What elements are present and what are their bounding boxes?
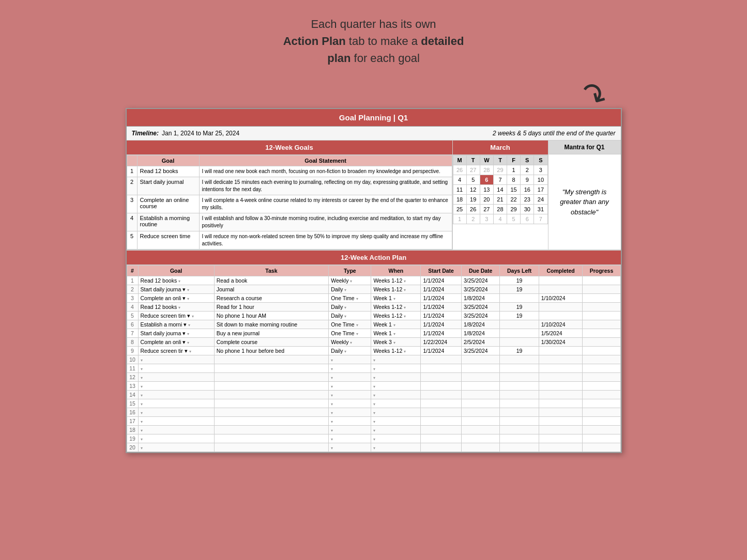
action-type[interactable]: ▾: [329, 408, 371, 417]
action-when[interactable]: ▾: [371, 373, 421, 382]
action-type[interactable]: ▾: [329, 399, 371, 408]
action-completed: [539, 391, 583, 399]
goals-col-num: [127, 155, 137, 166]
action-when[interactable]: Weeks 1-12 ▾: [371, 347, 421, 355]
action-num: 13: [127, 382, 138, 391]
action-type[interactable]: One Time ▾: [329, 320, 371, 329]
action-num: 8: [127, 338, 138, 347]
action-when[interactable]: Week 1 ▾: [371, 320, 421, 329]
action-when[interactable]: ▾: [371, 434, 421, 443]
mantra-content: "My strength is greater than any obstacl…: [548, 154, 621, 250]
action-start: 1/22/2024: [421, 338, 461, 347]
header-line1: Each quarter has its own: [311, 18, 436, 30]
action-type[interactable]: ▾: [329, 382, 371, 391]
action-goal[interactable]: ▾: [138, 426, 214, 434]
action-goal[interactable]: ▾: [138, 434, 214, 443]
action-goal[interactable]: ▾: [138, 443, 214, 452]
action-type[interactable]: ▾: [329, 434, 371, 443]
action-when[interactable]: ▾: [371, 417, 421, 426]
cal-day-cell: 21: [493, 195, 507, 205]
action-when[interactable]: Weeks 1-12 ▾: [371, 285, 421, 294]
action-goal[interactable]: ▾: [138, 408, 214, 417]
action-days: [500, 373, 539, 382]
action-row: 13 ▾ ▾ ▾: [127, 382, 620, 391]
action-row: 9 Reduce screen tir ▾ ▾ No phone 1 hour …: [127, 347, 620, 355]
action-goal[interactable]: Read 12 books ▾: [138, 276, 214, 285]
cal-day-cell: 22: [507, 195, 521, 205]
action-when[interactable]: Week 3 ▾: [371, 338, 421, 347]
action-type[interactable]: Weekly ▾: [329, 276, 371, 285]
action-col-header: Progress: [583, 266, 620, 276]
action-goal[interactable]: Establish a morni ▾ ▾: [138, 320, 214, 329]
action-type[interactable]: Daily ▾: [329, 347, 371, 355]
action-type[interactable]: ▾: [329, 355, 371, 364]
action-table: #GoalTaskTypeWhenStart DateDue DateDays …: [127, 265, 621, 452]
action-type[interactable]: One Time ▾: [329, 329, 371, 338]
action-goal[interactable]: Complete an onli ▾ ▾: [138, 294, 214, 303]
action-when[interactable]: Weeks 1-12 ▾: [371, 303, 421, 312]
action-when[interactable]: Week 1 ▾: [371, 294, 421, 303]
goal-name: Complete an online course: [137, 195, 199, 213]
action-due: [461, 399, 500, 408]
action-goal[interactable]: ▾: [138, 417, 214, 426]
action-type[interactable]: ▾: [329, 373, 371, 382]
action-goal[interactable]: ▾: [138, 382, 214, 391]
action-start: 1/1/2024: [421, 320, 461, 329]
action-type[interactable]: ▾: [329, 426, 371, 434]
action-type[interactable]: One Time ▾: [329, 294, 371, 303]
action-goal[interactable]: Reduce screen tir ▾ ▾: [138, 347, 214, 355]
goals-section-header: 12-Week Goals: [127, 141, 452, 155]
action-num: 19: [127, 434, 138, 443]
action-days: [500, 355, 539, 364]
action-start: [421, 364, 461, 373]
action-completed: 1/10/2024: [539, 294, 583, 303]
main-container: Goal Planning | Q1 Timeline: Jan 1, 2024…: [126, 108, 622, 453]
action-type[interactable]: ▾: [329, 391, 371, 399]
action-when[interactable]: ▾: [371, 355, 421, 364]
action-type[interactable]: Daily ▾: [329, 312, 371, 320]
action-progress: [583, 399, 620, 408]
action-goal[interactable]: ▾: [138, 391, 214, 399]
action-days: 19: [500, 276, 539, 285]
action-goal[interactable]: ▾: [138, 373, 214, 382]
action-type[interactable]: ▾: [329, 417, 371, 426]
action-when[interactable]: ▾: [371, 408, 421, 417]
action-goal[interactable]: ▾: [138, 364, 214, 373]
action-when[interactable]: Weeks 1-12 ▾: [371, 312, 421, 320]
action-days: 19: [500, 312, 539, 320]
goal-name: Reduce screen time: [137, 231, 199, 250]
action-type[interactable]: ▾: [329, 364, 371, 373]
action-when[interactable]: Weeks 1-12 ▾: [371, 276, 421, 285]
action-completed: [539, 408, 583, 417]
action-start: [421, 391, 461, 399]
cal-week-row: 18192021222324: [453, 195, 547, 205]
action-goal[interactable]: Complete an onli ▾ ▾: [138, 338, 214, 347]
action-when[interactable]: ▾: [371, 382, 421, 391]
action-row: 18 ▾ ▾ ▾: [127, 426, 620, 434]
action-goal[interactable]: ▾: [138, 399, 214, 408]
action-days: [500, 329, 539, 338]
action-type[interactable]: Daily ▾: [329, 285, 371, 294]
action-type[interactable]: ▾: [329, 443, 371, 452]
action-when[interactable]: ▾: [371, 426, 421, 434]
action-goal[interactable]: Start daily journa ▾ ▾: [138, 285, 214, 294]
action-when[interactable]: ▾: [371, 391, 421, 399]
action-start: 1/1/2024: [421, 285, 461, 294]
action-due: [461, 426, 500, 434]
action-start: 1/1/2024: [421, 347, 461, 355]
action-goal[interactable]: Start daily journa ▾ ▾: [138, 329, 214, 338]
action-when[interactable]: Week 1 ▾: [371, 329, 421, 338]
action-type[interactable]: Weekly ▾: [329, 338, 371, 347]
action-days: [500, 338, 539, 347]
action-goal[interactable]: Reduce screen tim ▾ ▾: [138, 312, 214, 320]
action-type[interactable]: Daily ▾: [329, 303, 371, 312]
action-goal[interactable]: ▾: [138, 355, 214, 364]
action-row: 4 Read 12 books ▾ Read for 1 hour Daily …: [127, 303, 620, 312]
calendar-table: MTWTFSS 26272829123456789101112131415161…: [453, 155, 548, 224]
action-when[interactable]: ▾: [371, 399, 421, 408]
timeline-countdown: 2 weeks & 5 days until the end of the qu…: [493, 130, 615, 137]
action-days: [500, 382, 539, 391]
action-goal[interactable]: Read 12 books ▾: [138, 303, 214, 312]
action-when[interactable]: ▾: [371, 443, 421, 452]
action-when[interactable]: ▾: [371, 364, 421, 373]
